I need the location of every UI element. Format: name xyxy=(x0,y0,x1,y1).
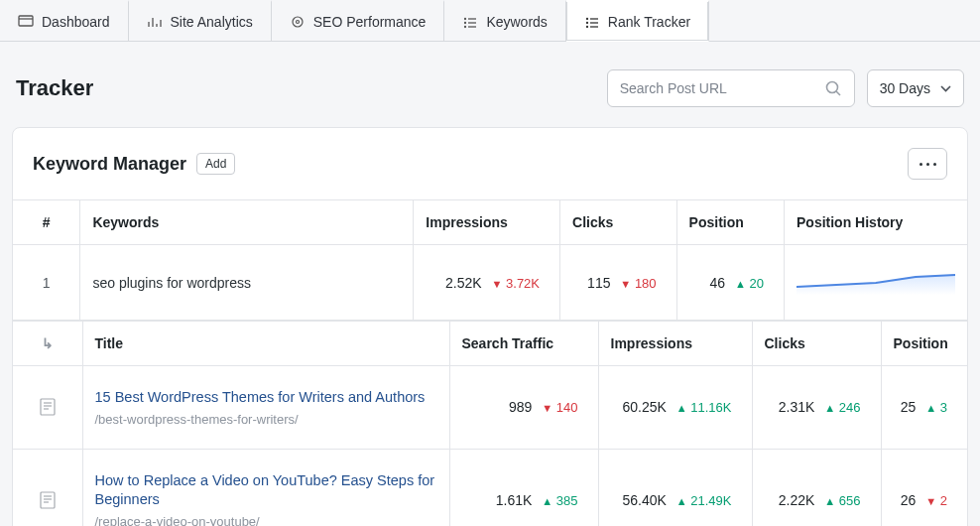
svg-point-12 xyxy=(465,26,466,27)
title-cell: 15 Best WordPress Themes for Writers and… xyxy=(82,366,449,450)
impressions-cell-b: 60.25K ▲ 11.16K xyxy=(598,366,752,450)
svg-line-21 xyxy=(836,91,840,95)
traffic-cell: 989 ▼ 140 xyxy=(449,366,598,450)
col-position-b[interactable]: Position xyxy=(881,322,967,366)
keyword-cell: seo plugins for wordpress xyxy=(80,245,414,321)
doc-icon xyxy=(13,366,82,450)
col-impressions-b[interactable]: Impressions xyxy=(598,322,752,366)
keyword-table: # Keywords Impressions Clicks Position P… xyxy=(13,199,967,321)
tab-seo-performance[interactable]: SEO Performance xyxy=(272,0,445,41)
page-title: Tracker xyxy=(16,75,93,101)
tab-label: Keywords xyxy=(486,14,547,30)
tab-label: Rank Tracker xyxy=(608,14,690,30)
tab-label: Site Analytics xyxy=(171,14,253,30)
analytics-icon xyxy=(147,15,163,29)
svg-point-14 xyxy=(586,18,587,19)
svg-point-10 xyxy=(465,22,466,23)
col-position[interactable]: Position xyxy=(676,200,784,245)
position-cell: 46 ▲ 20 xyxy=(676,245,784,321)
keyword-manager-panel: Keyword Manager Add # Keywords Impressio… xyxy=(12,127,968,526)
delta-down: ▼ 3.72K xyxy=(492,276,541,291)
delta-up: ▲ 20 xyxy=(735,276,764,291)
dashboard-icon xyxy=(18,15,34,29)
panel-title: Keyword Manager xyxy=(33,154,186,175)
row-number: 1 xyxy=(13,245,80,321)
keyword-row[interactable]: 1 seo plugins for wordpress 2.52K ▼ 3.72… xyxy=(13,245,967,321)
svg-rect-22 xyxy=(41,399,55,415)
tab-keywords[interactable]: Keywords xyxy=(444,0,565,41)
col-title[interactable]: Title xyxy=(82,322,449,366)
post-row[interactable]: How to Replace a Video on YouTube? Easy … xyxy=(13,449,967,526)
add-button[interactable]: Add xyxy=(196,153,235,175)
clicks-cell-b: 2.22K ▲ 656 xyxy=(752,449,881,526)
tab-site-analytics[interactable]: Site Analytics xyxy=(129,0,272,41)
title-cell: How to Replace a Video on YouTube? Easy … xyxy=(82,449,449,526)
svg-point-20 xyxy=(826,81,837,92)
chevron-down-icon xyxy=(940,85,951,92)
search-icon xyxy=(825,80,842,97)
tab-label: Dashboard xyxy=(42,14,110,30)
impressions-cell-b: 56.40K ▲ 21.49K xyxy=(598,449,752,526)
doc-icon xyxy=(13,449,82,526)
svg-point-7 xyxy=(296,20,299,23)
svg-point-18 xyxy=(586,26,587,27)
col-keywords[interactable]: Keywords xyxy=(80,200,414,245)
delta-down: ▼ 180 xyxy=(620,276,656,291)
header-controls: 30 Days xyxy=(607,69,964,107)
clicks-cell-b: 2.31K ▲ 246 xyxy=(752,366,881,450)
date-range-select[interactable]: 30 Days xyxy=(867,69,964,107)
history-cell xyxy=(785,245,968,321)
date-range-label: 30 Days xyxy=(880,80,930,96)
col-traffic[interactable]: Search Traffic xyxy=(449,322,598,366)
post-url: /replace-a-video-on-youtube/ xyxy=(95,514,437,526)
list-icon xyxy=(462,15,478,29)
col-clicks[interactable]: Clicks xyxy=(560,200,677,245)
col-impressions[interactable]: Impressions xyxy=(414,200,560,245)
more-button[interactable] xyxy=(908,148,947,180)
col-number[interactable]: # xyxy=(13,200,80,245)
clicks-cell: 115 ▼ 180 xyxy=(560,245,677,321)
svg-point-8 xyxy=(465,18,466,19)
rank-icon xyxy=(584,15,600,29)
impressions-cell: 2.52K ▼ 3.72K xyxy=(414,245,560,321)
traffic-cell: 1.61K ▲ 385 xyxy=(449,449,598,526)
post-table: ↳ Title Search Traffic Impressions Click… xyxy=(13,321,967,526)
tab-label: SEO Performance xyxy=(313,14,427,30)
post-row[interactable]: 15 Best WordPress Themes for Writers and… xyxy=(13,366,967,450)
svg-point-16 xyxy=(586,22,587,23)
svg-rect-0 xyxy=(19,16,33,26)
sub-arrow-icon: ↳ xyxy=(42,335,54,351)
post-title[interactable]: How to Replace a Video on YouTube? Easy … xyxy=(95,471,437,510)
svg-point-6 xyxy=(293,17,303,27)
post-title[interactable]: 15 Best WordPress Themes for Writers and… xyxy=(95,388,437,408)
panel-header: Keyword Manager Add xyxy=(13,128,967,199)
dots-icon xyxy=(919,163,922,166)
svg-rect-26 xyxy=(41,492,55,508)
position-cell-b: 25 ▲ 3 xyxy=(881,366,967,450)
search-input[interactable] xyxy=(620,80,825,96)
position-cell-b: 26 ▼ 2 xyxy=(881,449,967,526)
post-url: /best-wordpress-themes-for-writers/ xyxy=(95,412,437,427)
col-expand: ↳ xyxy=(13,322,82,366)
tabs-bar: Dashboard Site Analytics SEO Performance… xyxy=(0,0,980,42)
col-clicks-b[interactable]: Clicks xyxy=(752,322,881,366)
search-input-wrap[interactable] xyxy=(607,69,855,107)
col-history[interactable]: Position History xyxy=(785,200,968,245)
tab-dashboard[interactable]: Dashboard xyxy=(0,0,129,41)
page-header: Tracker 30 Days xyxy=(0,42,980,127)
tab-rank-tracker[interactable]: Rank Tracker xyxy=(566,0,709,42)
seo-icon xyxy=(290,15,306,29)
sparkline xyxy=(796,267,955,295)
